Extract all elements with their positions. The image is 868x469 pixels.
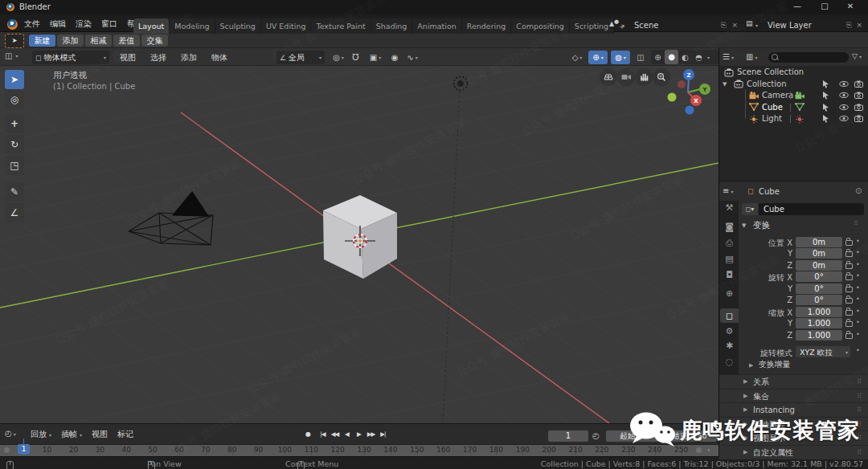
animate-dot[interactable]: •: [856, 249, 860, 256]
properties-tab-scene[interactable]: ◘: [720, 267, 739, 282]
properties-tab-object[interactable]: ◻: [720, 308, 739, 323]
panel-drag-dots[interactable]: ⠿: [857, 389, 862, 403]
viewport-canvas[interactable]: Z Y X: [0, 66, 719, 423]
lock-icon[interactable]: [845, 287, 853, 292]
transform-panel-expander[interactable]: ▼: [742, 222, 746, 229]
outliner-row-camera[interactable]: Camera: [719, 90, 868, 101]
close-button[interactable]: ✕: [841, 2, 860, 10]
viewport-menu-3[interactable]: 物体: [204, 49, 235, 67]
transform-value-5[interactable]: 0°: [796, 295, 842, 305]
solid-shading-icon[interactable]: ●: [665, 50, 678, 64]
panel-drag-dots[interactable]: ⠿: [857, 446, 862, 459]
tab-shading[interactable]: Shading: [371, 18, 413, 34]
tab-modeling[interactable]: Modeling: [170, 18, 215, 34]
topbar-menu-1[interactable]: 编辑: [45, 15, 71, 33]
transform-value-8[interactable]: 1.000: [796, 330, 842, 341]
titlebar[interactable]: [0, 0, 868, 14]
properties-tab-view-layer[interactable]: ▤: [720, 251, 739, 266]
panel-drag-dots[interactable]: ⠿: [854, 220, 858, 227]
properties-tab-render[interactable]: ◙: [720, 219, 739, 234]
expander-icon[interactable]: ▼: [723, 81, 727, 88]
use-preview-range-button[interactable]: ◴: [592, 431, 600, 440]
eye-toggle-icon[interactable]: [839, 104, 849, 112]
transform-value-7[interactable]: 1.000: [796, 318, 842, 328]
auto-key-button[interactable]: ●: [302, 429, 314, 440]
panel-自定义属性[interactable]: ▶自定义属性⠿: [719, 445, 868, 459]
next-keyframe-button[interactable]: ▶▶: [365, 429, 377, 440]
frame-start-field[interactable]: 起始: 1: [606, 430, 659, 442]
tab-animation[interactable]: Animation: [412, 18, 461, 34]
lock-icon[interactable]: [845, 240, 853, 246]
wireframe-shading-icon[interactable]: ⊕: [651, 53, 665, 62]
eye-toggle-icon[interactable]: [839, 80, 849, 89]
animate-dot[interactable]: •: [856, 284, 860, 292]
transform-value-4[interactable]: 0°: [796, 283, 842, 294]
object-name-id-dropdown[interactable]: ◻▾: [742, 203, 758, 215]
transform-value-6[interactable]: 1.000: [796, 307, 842, 317]
timeline-menu-2[interactable]: 视图: [87, 426, 113, 443]
play-button[interactable]: ▶: [353, 429, 365, 440]
tab-scripting[interactable]: Scripting: [570, 18, 614, 34]
current-frame-field[interactable]: 1: [548, 430, 588, 442]
photocam-toggle-icon[interactable]: [854, 104, 863, 112]
active-tool-icon[interactable]: ➤: [5, 34, 24, 48]
animate-dot[interactable]: •: [856, 238, 860, 245]
tool-rotate[interactable]: ↻: [5, 135, 24, 154]
tool-select-box[interactable]: ➤: [5, 70, 24, 89]
shading-dropdown-icon[interactable]: ▾: [707, 55, 710, 60]
jump-end-button[interactable]: ▶|: [377, 429, 389, 440]
timeline-menu-1[interactable]: 插帧▾: [56, 426, 87, 444]
toggle-xray-button[interactable]: ◫: [633, 51, 648, 64]
properties-tab-modifiers[interactable]: ⚙: [720, 324, 739, 338]
photocam-toggle-icon[interactable]: [854, 115, 863, 124]
object-visibility-dropdown[interactable]: ◇▾: [567, 51, 587, 64]
transform-value-1[interactable]: 0m: [796, 248, 842, 259]
snap-target-dropdown[interactable]: ▣▾: [365, 51, 386, 64]
panel-0[interactable]: ▶变换增量: [749, 359, 790, 370]
topbar-menu-0[interactable]: 文件: [19, 15, 45, 33]
remove-view-layer-icon[interactable]: ×: [856, 21, 862, 29]
unlink-scene-icon[interactable]: ×: [731, 21, 738, 29]
properties-tab-physics[interactable]: ◌: [720, 354, 739, 369]
tool-measure[interactable]: ∠: [5, 203, 24, 222]
pan-hand-button[interactable]: [635, 68, 653, 86]
tab-texture-paint[interactable]: Texture Paint: [311, 18, 371, 34]
outliner-filter-button[interactable]: ▽▾: [852, 52, 862, 60]
outliner-row-light[interactable]: Light: [719, 113, 868, 124]
pin-icon[interactable]: ⊙: [855, 186, 862, 195]
tool-scale[interactable]: ◳: [5, 156, 24, 175]
lock-icon[interactable]: [845, 298, 853, 304]
maximize-button[interactable]: □: [815, 2, 834, 10]
prev-keyframe-button[interactable]: ◀◀: [329, 429, 341, 440]
panel-drag-dots[interactable]: ⠿: [857, 375, 862, 389]
tool-mode-3[interactable]: 差值: [113, 35, 140, 47]
animate-dot[interactable]: •: [856, 296, 860, 303]
camera-object[interactable]: [129, 192, 213, 245]
lock-icon[interactable]: [845, 310, 853, 316]
outliner-row-scene-collection[interactable]: Scene Collection: [719, 67, 868, 78]
lock-icon[interactable]: [845, 263, 853, 269]
transform-value-0[interactable]: 0m: [796, 237, 842, 247]
scrollbar-left-cap[interactable]: [4, 447, 10, 453]
tab-compositing[interactable]: Compositing: [511, 18, 570, 34]
light-object[interactable]: [454, 77, 468, 91]
navigation-gizmo[interactable]: Z Y X: [668, 69, 711, 115]
panel-关系[interactable]: ▶关系⠿: [719, 374, 868, 389]
show-gizmo-button[interactable]: ⊕▾: [588, 51, 608, 64]
material-preview-icon[interactable]: ◐: [678, 53, 692, 62]
rendered-shading-icon[interactable]: ◓: [692, 53, 706, 62]
proportional-falloff-dropdown[interactable]: ∿▾: [402, 51, 423, 64]
perspective-grid-button[interactable]: [600, 68, 617, 86]
lock-icon[interactable]: [845, 333, 853, 339]
topbar-menu-3[interactable]: 窗口: [96, 15, 122, 33]
photocam-toggle-icon[interactable]: [854, 80, 863, 89]
scene-field[interactable]: Scene ⎘ ×: [628, 18, 741, 31]
playhead[interactable]: 1: [18, 444, 30, 455]
tab-sculpting[interactable]: Sculpting: [215, 18, 261, 34]
scrollbar-right-cap[interactable]: [696, 447, 702, 453]
panel-drag-dots[interactable]: ⠿: [857, 403, 862, 417]
properties-tab-particles[interactable]: ✱: [720, 338, 739, 353]
rotation-mode-dropdown[interactable]: XYZ 欧拉 ▾: [796, 346, 850, 357]
eye-toggle-icon[interactable]: [839, 115, 849, 124]
panel-Instancing[interactable]: ▶Instancing⠿: [719, 402, 868, 417]
